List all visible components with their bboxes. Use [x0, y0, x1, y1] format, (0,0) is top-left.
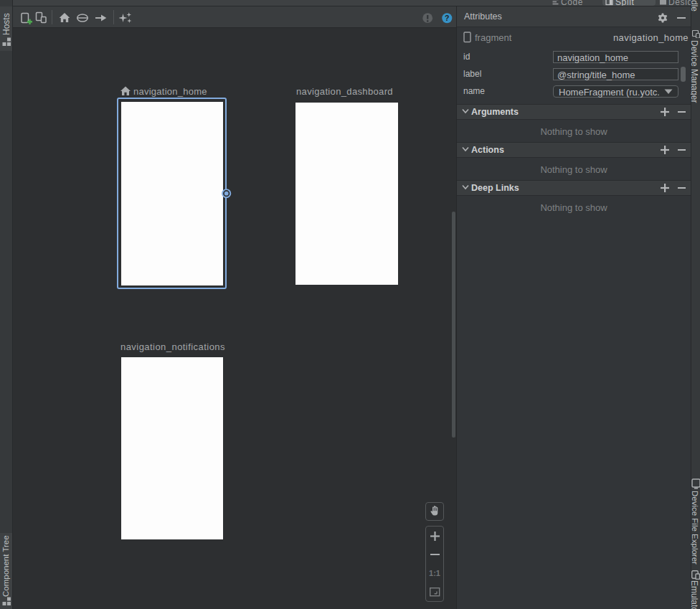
- svg-text:?: ?: [445, 14, 449, 22]
